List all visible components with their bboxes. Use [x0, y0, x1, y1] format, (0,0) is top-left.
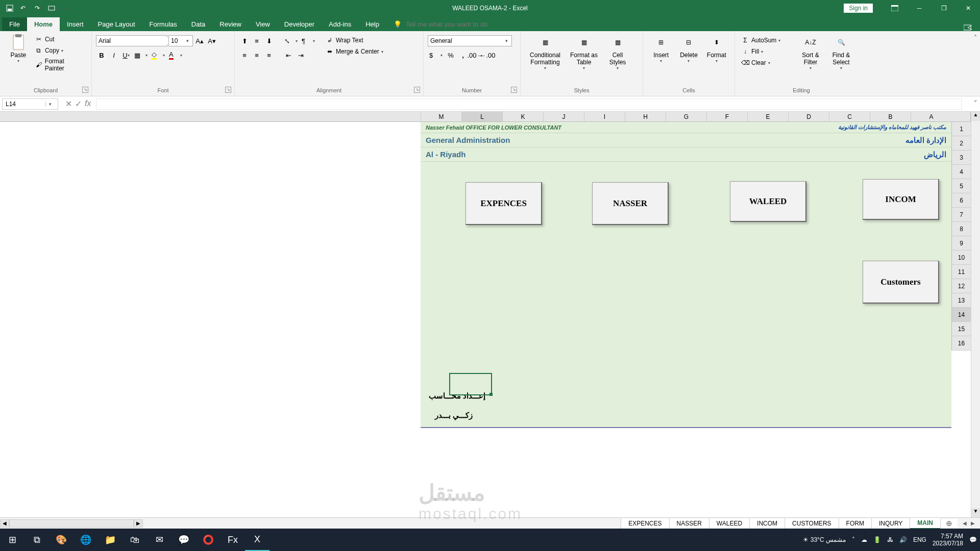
row-header-2[interactable]: 2 — [952, 136, 971, 151]
tab-view[interactable]: View — [249, 17, 277, 31]
expand-formula-bar-icon[interactable]: ˅ — [971, 99, 980, 109]
sheet-tab-main[interactable]: MAIN — [910, 518, 940, 529]
tab-home[interactable]: Home — [27, 17, 60, 31]
app-edge[interactable]: 🌐 — [74, 529, 98, 551]
app-chrome[interactable]: ⭕ — [196, 529, 220, 551]
font-size-combo[interactable]: ▾ — [168, 35, 193, 46]
row-header-15[interactable]: 15 — [952, 322, 971, 336]
col-header-J[interactable]: J — [543, 112, 584, 121]
italic-button[interactable]: I — [108, 49, 119, 61]
select-all-corner[interactable] — [951, 112, 971, 121]
tellme-search[interactable]: 💡 — [386, 17, 957, 31]
number-dialog-launcher[interactable]: ↘ — [511, 87, 517, 93]
col-header-F[interactable]: F — [706, 112, 747, 121]
col-header-D[interactable]: D — [788, 112, 829, 121]
new-sheet-button[interactable]: ⊕ — [940, 519, 958, 528]
row-header-8[interactable]: 8 — [952, 222, 971, 236]
align-middle-icon[interactable]: ≡ — [251, 35, 262, 46]
app-paint[interactable]: 🎨 — [49, 529, 74, 551]
col-header-A[interactable]: A — [911, 112, 951, 121]
task-view-icon[interactable]: ⧉ — [24, 529, 49, 551]
col-header-M[interactable]: M — [421, 112, 461, 121]
app-explorer[interactable]: 📁 — [98, 529, 122, 551]
save-icon[interactable] — [4, 3, 15, 14]
row-header-5[interactable]: 5 — [952, 179, 971, 193]
row-header-9[interactable]: 9 — [952, 236, 971, 251]
tray-onedrive-icon[interactable]: ☁ — [861, 536, 867, 543]
row-header-16[interactable]: 16 — [952, 336, 971, 350]
align-left-icon[interactable]: ≡ — [239, 49, 250, 61]
tray-battery-icon[interactable]: 🔋 — [873, 536, 881, 543]
delete-cells-button[interactable]: ⊟Delete▾ — [675, 33, 702, 64]
decrease-indent-icon[interactable]: ⇤ — [283, 49, 294, 61]
tab-data[interactable]: Data — [184, 17, 212, 31]
cancel-formula-icon[interactable]: ✕ — [65, 99, 72, 109]
row-header-13[interactable]: 13 — [952, 293, 971, 308]
alignment-dialog-launcher[interactable]: ↘ — [414, 87, 420, 93]
tab-developer[interactable]: Developer — [277, 17, 322, 31]
col-header-B[interactable]: B — [870, 112, 911, 121]
col-header-H[interactable]: H — [625, 112, 666, 121]
share-icon[interactable] — [957, 24, 980, 31]
tray-notifications-icon[interactable]: 💬 — [969, 536, 977, 543]
sheet-nav-next[interactable]: ▶ — [971, 520, 975, 526]
close-button[interactable]: ✕ — [957, 0, 980, 16]
tab-help[interactable]: Help — [358, 17, 386, 31]
fill-color-button[interactable]: ◇▾ — [150, 49, 166, 61]
orientation-icon[interactable]: ⤡▾ — [283, 35, 299, 46]
percent-format-icon[interactable]: % — [445, 49, 456, 61]
fill-button[interactable]: ↓Fill▾ — [739, 46, 795, 57]
sheet-button-customers[interactable]: Customers — [863, 261, 939, 304]
cell-styles-button[interactable]: ▦Cell Styles▾ — [602, 33, 633, 71]
sheet-tab-nasser[interactable]: NASSER — [669, 518, 709, 529]
tab-formulas[interactable]: Formulas — [142, 17, 184, 31]
wrap-text-button[interactable]: ↲Wrap Text — [324, 35, 385, 45]
font-dialog-launcher[interactable]: ↘ — [225, 87, 231, 93]
tab-page-layout[interactable]: Page Layout — [91, 17, 142, 31]
tray-network-icon[interactable]: 🖧 — [887, 536, 893, 543]
col-header-K[interactable]: K — [502, 112, 543, 121]
sort-filter-button[interactable]: A↓ZSort & Filter▾ — [795, 33, 826, 71]
row-header-1[interactable]: 1 — [952, 122, 971, 136]
align-top-icon[interactable]: ⬆ — [239, 35, 250, 46]
clipboard-dialog-launcher[interactable]: ↘ — [82, 87, 88, 93]
tab-review[interactable]: Review — [212, 17, 249, 31]
col-header-G[interactable]: G — [666, 112, 706, 121]
sheet-button-expences[interactable]: EXPENCES — [465, 182, 542, 225]
font-color-button[interactable]: A▾ — [167, 49, 184, 61]
row-header-6[interactable]: 6 — [952, 193, 971, 208]
vertical-scrollbar[interactable]: ▲▼ — [971, 112, 980, 517]
sheet-tab-incom[interactable]: INCOM — [749, 518, 785, 529]
borders-button[interactable]: ▦▾ — [133, 49, 149, 61]
conditional-formatting-button[interactable]: ▦Conditional Formatting▾ — [525, 33, 566, 71]
text-direction-icon[interactable]: ¶▾ — [300, 35, 316, 46]
find-select-button[interactable]: 🔍Find & Select▾ — [826, 33, 856, 71]
app-excel[interactable]: X — [245, 529, 270, 551]
number-format-combo[interactable]: ▾ — [428, 35, 512, 46]
col-header-E[interactable]: E — [747, 112, 788, 121]
signin-button[interactable]: Sign in — [844, 4, 873, 13]
sheet-tab-expences[interactable]: EXPENCES — [621, 518, 669, 529]
row-header-3[interactable]: 3 — [952, 151, 971, 165]
app-mail[interactable]: ✉ — [147, 529, 172, 551]
redo-icon[interactable]: ↷▾ — [33, 3, 44, 14]
minimize-button[interactable]: ─ — [908, 0, 931, 16]
row-header-14[interactable]: 14 — [952, 308, 971, 322]
format-painter-button[interactable]: 🖌Format Painter — [33, 57, 87, 73]
weather-widget[interactable]: ☀ 33°C مشمس — [803, 536, 846, 543]
autosum-button[interactable]: ΣAutoSum▾ — [739, 35, 795, 45]
format-as-table-button[interactable]: ▦Format as Table▾ — [566, 33, 602, 71]
tray-clock[interactable]: 7:57 AM2023/07/18 — [933, 533, 963, 547]
tray-chevron-icon[interactable]: ˄ — [852, 536, 855, 543]
row-header-10[interactable]: 10 — [952, 251, 971, 265]
row-header-12[interactable]: 12 — [952, 279, 971, 293]
tray-volume-icon[interactable]: 🔊 — [899, 536, 907, 543]
formula-input[interactable] — [96, 98, 962, 110]
accounting-format-icon[interactable]: $▾ — [428, 49, 444, 61]
collapse-ribbon-icon[interactable]: ˄ — [974, 34, 977, 41]
undo-icon[interactable]: ↶▾ — [18, 3, 30, 14]
bold-button[interactable]: B — [96, 49, 107, 61]
merge-center-button[interactable]: ⬌Merge & Center▾ — [324, 46, 385, 57]
copy-button[interactable]: ⧉Copy▾ — [33, 45, 87, 56]
decrease-font-icon[interactable]: A▾ — [206, 35, 217, 46]
